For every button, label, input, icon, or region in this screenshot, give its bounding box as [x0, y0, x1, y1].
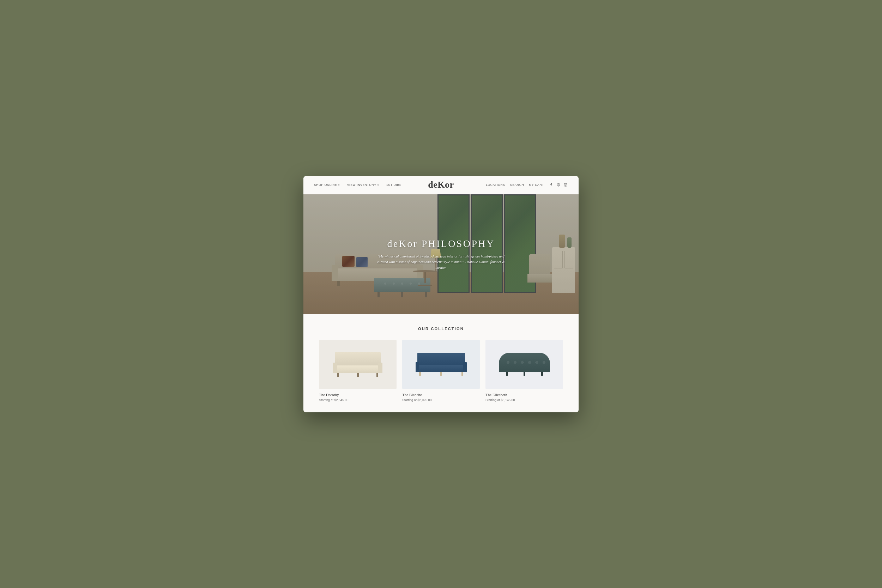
- se-leg: [506, 372, 508, 376]
- product-image-dorothy: [319, 340, 396, 389]
- nav-view-inventory[interactable]: VIEW INVENTORY: [347, 183, 379, 187]
- collection-title: OUR COLLECTION: [314, 327, 568, 331]
- product-card-blanche[interactable]: The Blanche Starting at $2,025.00: [402, 340, 480, 402]
- svg-point-4: [566, 184, 567, 184]
- sb-back: [417, 353, 465, 366]
- sb-seat: [416, 365, 467, 372]
- social-icons: P: [549, 182, 568, 187]
- sd-legs: [337, 373, 378, 377]
- sd-arm-right: [378, 363, 382, 373]
- sofa-elizabeth-illustration: [499, 353, 550, 376]
- nav-locations[interactable]: LOCATIONS: [486, 183, 505, 187]
- sd-leg: [337, 373, 339, 377]
- logo-light: de: [428, 180, 438, 190]
- instagram-icon[interactable]: [563, 182, 568, 187]
- product-grid: The Dorothy Starting at $2,545.00: [314, 340, 568, 402]
- collection-section: OUR COLLECTION: [303, 314, 579, 412]
- brand-logo[interactable]: deKor: [428, 180, 454, 190]
- sb-leg: [462, 372, 463, 376]
- product-name-elizabeth: The Elizabeth: [486, 393, 563, 397]
- hero-text: deKor PHILOSOPHY "My whimsical assortmen…: [374, 238, 508, 270]
- hero-title: deKor PHILOSOPHY: [374, 238, 508, 249]
- hero-subtitle: "My whimsical assortment of Swedish-Amer…: [374, 254, 508, 270]
- sd-leg: [357, 373, 359, 377]
- product-card-dorothy[interactable]: The Dorothy Starting at $2,545.00: [319, 340, 396, 402]
- sb-leg: [440, 372, 442, 376]
- logo-bold: Kor: [438, 180, 454, 190]
- sofa-blanche-illustration: [416, 353, 467, 376]
- sd-seat: [333, 365, 382, 373]
- sb-legs: [419, 372, 463, 376]
- nav-right: LOCATIONS SEARCH MY CART P: [486, 182, 568, 187]
- svg-point-3: [565, 184, 566, 186]
- sd-arm-left: [333, 363, 337, 373]
- browser-window: SHOP ONLINE VIEW INVENTORY 1ST DIBS deKo…: [303, 176, 579, 412]
- sofa-dorothy-illustration: [333, 352, 382, 377]
- sd-back: [335, 352, 381, 366]
- se-body: [499, 353, 550, 372]
- product-card-elizabeth[interactable]: The Elizabeth Starting at $3,145.00: [486, 340, 563, 402]
- nav-first-dibs[interactable]: 1ST DIBS: [386, 183, 402, 187]
- se-leg: [541, 372, 543, 376]
- nav-center: deKor: [428, 180, 454, 190]
- hero-section: deKor PHILOSOPHY "My whimsical assortmen…: [303, 194, 579, 314]
- sb-arm-left: [416, 362, 419, 372]
- nav-shop-online[interactable]: SHOP ONLINE: [314, 183, 340, 187]
- sd-leg: [376, 373, 378, 377]
- nav-left: SHOP ONLINE VIEW INVENTORY 1ST DIBS: [314, 183, 402, 187]
- product-name-blanche: The Blanche: [402, 393, 480, 397]
- sb-arm-right: [463, 362, 467, 372]
- product-name-dorothy: The Dorothy: [319, 393, 396, 397]
- facebook-icon[interactable]: [549, 182, 554, 187]
- se-legs: [506, 372, 543, 376]
- svg-rect-2: [564, 183, 567, 186]
- sb-leg: [419, 372, 421, 376]
- product-price-blanche: Starting at $2,025.00: [402, 398, 480, 402]
- nav-search[interactable]: SEARCH: [510, 183, 524, 187]
- product-image-blanche: [402, 340, 480, 389]
- pinterest-icon[interactable]: P: [556, 182, 561, 187]
- se-leg: [524, 372, 525, 376]
- main-nav: SHOP ONLINE VIEW INVENTORY 1ST DIBS deKo…: [303, 176, 579, 194]
- product-price-dorothy: Starting at $2,545.00: [319, 398, 396, 402]
- product-price-elizabeth: Starting at $3,145.00: [486, 398, 563, 402]
- nav-my-cart[interactable]: MY CART: [529, 183, 544, 187]
- product-image-elizabeth: [486, 340, 563, 389]
- svg-text:P: P: [558, 184, 559, 187]
